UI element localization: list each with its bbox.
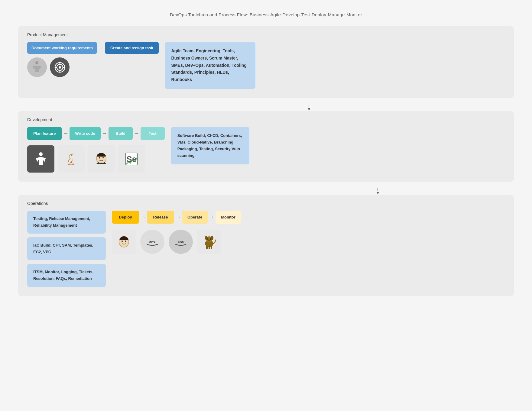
- dev-icon-java: [57, 145, 85, 173]
- svg-point-0: [35, 61, 38, 64]
- ops-content: Testing, Release Management, Reliability…: [27, 211, 505, 287]
- target-icon: [54, 61, 66, 74]
- svg-text:aws: aws: [149, 240, 156, 243]
- dev-box-build: Build: [109, 127, 133, 140]
- dev-info-box: Software Build; CI-CD, Containers, VMs, …: [171, 127, 249, 164]
- ops-info-1: Testing, Release Management, Reliability…: [27, 211, 106, 234]
- ops-icons: aws aws: [112, 230, 241, 254]
- meeple-icon: [30, 60, 44, 74]
- dev-ops-connector: ▼: [152, 188, 380, 195]
- ops-icon-aws2: aws: [169, 230, 193, 254]
- ops-flow: Deploy → Release → Operate → Monitor: [112, 211, 241, 224]
- pm-left: Document working requirements → Create a…: [27, 42, 159, 77]
- pm-dev-connector: ▼: [221, 105, 311, 111]
- jenkins-icon: [93, 150, 110, 167]
- pm-box-1: Document working requirements: [27, 42, 97, 54]
- ops-icon-aws1: aws: [140, 230, 164, 254]
- dev-flow: Plan feature → Write code → Build → Test: [27, 127, 165, 140]
- svg-point-17: [122, 240, 123, 242]
- dev-arrow-1: →: [62, 130, 70, 137]
- pm-icons: [27, 57, 159, 77]
- svg-rect-32: [211, 246, 212, 249]
- dev-icon-selenium: Se: [118, 145, 145, 173]
- development-section: Development Plan feature → Write code → …: [18, 111, 514, 182]
- ops-icon-puppet: [197, 230, 221, 254]
- pm-content: Document working requirements → Create a…: [27, 42, 505, 89]
- ops-box-release: Release: [147, 211, 174, 224]
- ops-arrow-3: →: [208, 214, 216, 220]
- dev-ops-arrow: ▼: [376, 188, 380, 195]
- dev-arrow-3: →: [133, 130, 141, 137]
- dev-icons: Se: [27, 145, 165, 173]
- svg-point-29: [208, 240, 210, 241]
- dev-content: Plan feature → Write code → Build → Test: [27, 127, 505, 173]
- selenium-icon: Se: [124, 151, 139, 167]
- pm-box-2: Create and assign task: [105, 42, 159, 54]
- dev-arrow-2: →: [101, 130, 109, 137]
- ops-label: Operations: [27, 201, 505, 206]
- ops-arrow-1: →: [139, 214, 147, 220]
- pm-boxes: Document working requirements → Create a…: [27, 42, 159, 54]
- ops-icon-jenkins: [112, 230, 136, 254]
- pm-arrow-1: →: [97, 45, 105, 51]
- product-management-section: Product Management Document working requ…: [18, 26, 514, 98]
- aws-icon-2: aws: [172, 233, 189, 250]
- svg-point-12: [102, 157, 104, 158]
- aws-icon-1: aws: [144, 233, 161, 250]
- svg-rect-31: [209, 246, 210, 249]
- pm-info-box: Agile Team, Engineering, Tools, Business…: [165, 42, 255, 89]
- svg-point-3: [59, 66, 61, 69]
- operations-section: Operations Testing, Release Management, …: [18, 195, 514, 296]
- dev-box-test: Test: [141, 127, 165, 140]
- ops-info-2: IaC Build; CFT, SAM, Templates, EC2, VPC: [27, 237, 106, 260]
- jenkins-ops-icon: [115, 233, 132, 250]
- svg-point-18: [125, 240, 126, 242]
- pm-icon-2: [50, 57, 70, 77]
- dev-icon-meeple: [27, 145, 54, 173]
- svg-point-8: [39, 152, 43, 156]
- dev-ops-arrowhead: ▼: [376, 191, 380, 195]
- ops-left: Testing, Release Management, Reliability…: [27, 211, 106, 287]
- pm-icon-1: [27, 57, 47, 77]
- svg-point-11: [99, 157, 100, 158]
- ops-info-3: ITSM, Monitor, Logging, Tickets, Resolut…: [27, 264, 106, 287]
- puppet-icon: [201, 233, 218, 250]
- ops-flow-section: Deploy → Release → Operate → Monitor: [112, 211, 241, 254]
- svg-point-27: [207, 238, 209, 240]
- dev-box-plan: Plan feature: [27, 127, 62, 140]
- java-icon: [63, 151, 79, 167]
- dev-icon-jenkins: [88, 145, 115, 173]
- svg-text:aws: aws: [178, 240, 184, 243]
- vertical-arrow: ▼: [271, 105, 311, 111]
- pm-label: Product Management: [27, 32, 505, 37]
- dev-box-write: Write code: [70, 127, 100, 140]
- ops-arrow-2: →: [174, 214, 182, 220]
- svg-point-28: [210, 238, 211, 240]
- ops-box-monitor: Monitor: [216, 211, 241, 224]
- ops-box-deploy: Deploy: [112, 211, 139, 224]
- meeple-icon-dev: [33, 151, 49, 167]
- page-title: DevOps Toolchain and Process Flow: Busin…: [170, 12, 362, 17]
- ops-box-operate: Operate: [182, 211, 208, 224]
- dev-left: Plan feature → Write code → Build → Test: [27, 127, 165, 173]
- svg-rect-30: [206, 246, 208, 249]
- dev-label: Development: [27, 117, 505, 122]
- v-arrowhead: ▼: [307, 107, 311, 111]
